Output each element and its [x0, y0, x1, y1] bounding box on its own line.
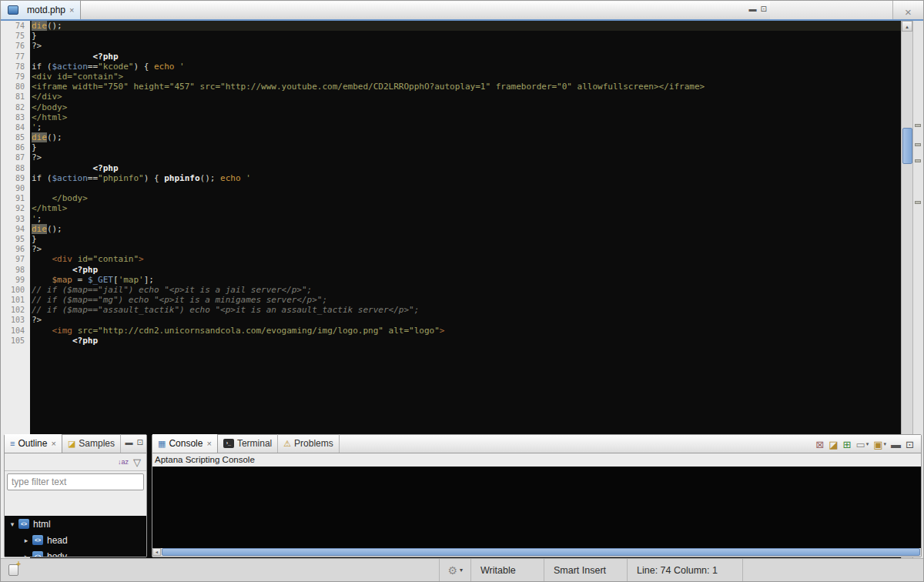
- code-line: // if ($map=="assault_tactik") echo "<p>…: [30, 305, 901, 315]
- scroll-up-icon[interactable]: ▴: [902, 21, 912, 32]
- expander-icon[interactable]: ▸: [22, 553, 31, 557]
- line-number: 86: [1, 142, 30, 152]
- occurrence-marker[interactable]: [915, 143, 921, 146]
- view-tab-problems[interactable]: ⚠Problems: [278, 434, 340, 453]
- line-number: 77: [1, 52, 30, 62]
- chevron-down-icon: ▾: [460, 567, 463, 574]
- close-icon[interactable]: ×: [51, 439, 55, 448]
- expander-icon[interactable]: ▾: [8, 520, 17, 528]
- tree-item-head[interactable]: ▸<>head: [5, 532, 146, 548]
- sort-alphabetically-icon: ↓az: [118, 458, 129, 466]
- view-tab-outline[interactable]: ≡Outline×: [5, 434, 62, 453]
- view-tab-label: Samples: [79, 438, 115, 449]
- statusbar-gear[interactable]: ⚙ ▾: [439, 559, 470, 581]
- code-line: if ($action=="phpinfo") { phpinfo(); ech…: [30, 173, 901, 183]
- code-line: <iframe width="750" height="457" src="ht…: [30, 82, 901, 92]
- scroll-left-icon[interactable]: ◂: [152, 548, 161, 556]
- line-number: 84: [1, 122, 30, 132]
- view-tab-terminal[interactable]: ›_Terminal: [218, 434, 278, 453]
- view-tab-label: Terminal: [237, 438, 272, 449]
- open-link-icon: ⊞: [843, 439, 852, 450]
- cursor-position-status: Line: 74 Column: 1: [627, 559, 742, 581]
- maximize-icon[interactable]: ⊡: [761, 5, 767, 13]
- display-selected-console-button[interactable]: ▭▾: [855, 439, 869, 450]
- open-console-icon: ▣: [873, 439, 882, 450]
- occurrence-marker[interactable]: [915, 159, 921, 162]
- terminal-icon: ›_: [223, 439, 234, 448]
- line-number: 90: [1, 183, 30, 193]
- element-icon: <>: [32, 551, 43, 557]
- code-line: [30, 183, 901, 193]
- outline-minmax: ▬ ⊡: [122, 438, 143, 447]
- editor-tab-label: motd.php: [27, 5, 65, 15]
- tree-item-label: html: [33, 519, 51, 530]
- occurrence-marker[interactable]: [915, 124, 921, 127]
- line-number: 83: [1, 112, 30, 122]
- minimize-button[interactable]: ▬: [891, 439, 901, 450]
- maximize-icon: ⊡: [906, 439, 914, 450]
- view-tab-samples[interactable]: ◪Samples: [62, 434, 121, 453]
- minimize-icon[interactable]: ▬: [749, 5, 757, 13]
- sort-alphabetically-button[interactable]: ↓az: [118, 458, 129, 466]
- minimize-icon[interactable]: ▬: [126, 438, 133, 447]
- code-line: <?php: [30, 163, 901, 173]
- tree-item-body[interactable]: ▸<>body: [5, 548, 146, 557]
- view-menu-button[interactable]: ▽: [133, 457, 141, 468]
- view-tab-console[interactable]: ▦Console×: [152, 434, 218, 453]
- code-line: ';: [30, 214, 901, 224]
- outline-tabbar: ≡Outline×◪Samples ▬ ⊡: [5, 435, 146, 453]
- statusbar-cluster: ⚙ ▾ Writable Smart Insert Line: 74 Colum…: [439, 559, 923, 581]
- editor-minmax: ▬ ⊡: [745, 5, 767, 13]
- editor-tab-motd-php[interactable]: motd.php ×: [2, 1, 81, 19]
- line-number: 79: [1, 72, 30, 82]
- code-line: <div id="contain">: [30, 254, 901, 264]
- line-number: 88: [1, 163, 30, 173]
- writable-status: Writable: [470, 559, 544, 581]
- vertical-scroll-thumb[interactable]: [902, 128, 912, 164]
- element-icon: <>: [18, 519, 29, 529]
- line-number: 75: [1, 31, 30, 41]
- outline-panel: ≡Outline×◪Samples ▬ ⊡ ↓az▽ ▾<>html▸<>hea…: [4, 434, 147, 557]
- code-line: ?>: [30, 41, 901, 51]
- tree-item-html[interactable]: ▾<>html: [5, 516, 146, 532]
- line-number: 93: [1, 214, 30, 224]
- view-tab-label: Outline: [18, 438, 47, 449]
- outline-toolbar: ↓az▽: [5, 453, 146, 470]
- close-icon[interactable]: ×: [206, 439, 211, 448]
- line-number: 87: [1, 152, 30, 162]
- view-menu-icon: ▽: [133, 457, 141, 468]
- fast-view-icon[interactable]: [8, 564, 18, 576]
- expander-icon[interactable]: ▸: [22, 537, 31, 544]
- open-link-button[interactable]: ⊞: [843, 439, 852, 450]
- code-line: <img src="http://cdn2.unicornsandcola.co…: [30, 326, 901, 336]
- occurrence-marker[interactable]: [915, 201, 921, 204]
- editor-panel: motd.php × ▬ ⊡ 7475767778798081828384858…: [1, 1, 771, 353]
- insert-mode-status: Smart Insert: [544, 559, 627, 581]
- code-line: ?>: [30, 244, 901, 254]
- clear-console-button[interactable]: ⊠: [815, 439, 824, 450]
- console-output[interactable]: [152, 467, 921, 548]
- close-icon[interactable]: ×: [69, 5, 74, 15]
- open-console-button[interactable]: ▣▾: [873, 439, 886, 450]
- line-number: 92: [1, 203, 30, 213]
- display-selected-console-icon: ▭: [855, 439, 865, 450]
- maximize-icon[interactable]: ⊡: [137, 438, 143, 447]
- console-horizontal-scrollbar[interactable]: ◂: [152, 548, 921, 557]
- line-number: 96: [1, 244, 30, 254]
- scroll-lock-button[interactable]: ◪: [829, 439, 838, 450]
- line-number: 78: [1, 62, 30, 72]
- code-line: ?>: [30, 152, 901, 162]
- horizontal-scroll-thumb[interactable]: [162, 548, 920, 556]
- code-line: die();: [30, 224, 901, 234]
- code-line: </html>: [30, 203, 901, 213]
- gear-icon: ⚙: [447, 564, 457, 577]
- line-number: 85: [1, 132, 30, 142]
- line-number: 102: [1, 305, 30, 315]
- maximize-button[interactable]: ⊡: [906, 439, 914, 450]
- outline-filter-input[interactable]: [7, 473, 144, 490]
- line-number: 74: [1, 21, 30, 31]
- code-line: die();: [30, 21, 901, 31]
- code-line: if ($action=="kcode") { echo ': [30, 62, 901, 72]
- console-header: Aptana Scripting Console: [152, 453, 921, 467]
- tree-item-label: head: [47, 535, 68, 546]
